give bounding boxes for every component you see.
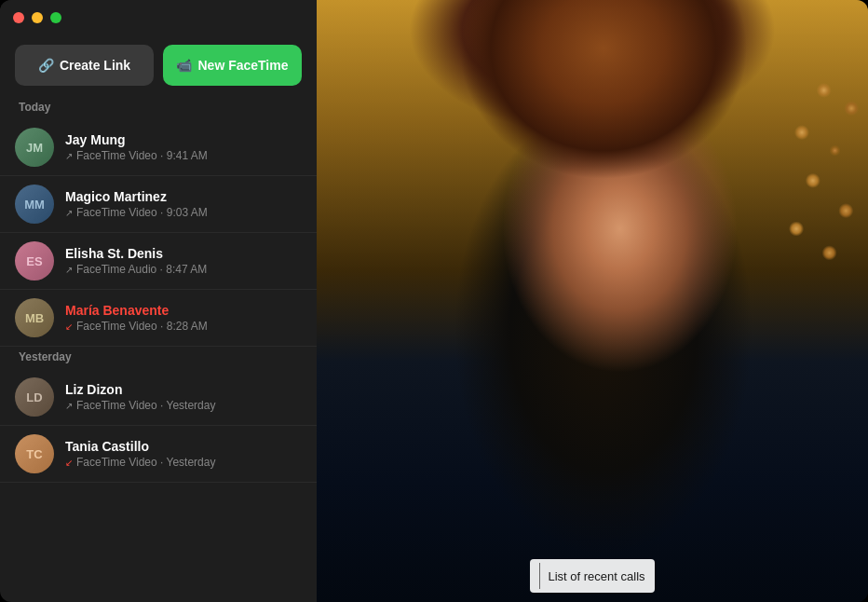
call-item-liz-dizon[interactable]: LD Liz Dizon ↗ FaceTime Video · Yesterda… <box>0 369 317 426</box>
video-icon: 📹 <box>176 58 192 73</box>
call-list[interactable]: Today JM Jay Mung ↗ FaceTime Video · 9:4… <box>0 97 317 602</box>
minimize-button[interactable] <box>32 12 43 23</box>
avatar-elisha-st-denis: ES <box>15 241 54 280</box>
caption-line <box>539 563 540 589</box>
avatar-jay-mung: JM <box>15 128 54 167</box>
call-info-jay-mung: Jay Mung ↗ FaceTime Video · 9:41 AM <box>65 132 302 162</box>
call-item-maria-benavente[interactable]: MB María Benavente ↙ FaceTime Video · 8:… <box>0 290 317 347</box>
call-detail-tania-castillo: ↙ FaceTime Video · Yesterday <box>65 456 302 469</box>
outgoing-arrow-icon-2: ↗ <box>65 208 73 218</box>
call-item-magico-martinez[interactable]: MM Magico Martinez ↗ FaceTime Video · 9:… <box>0 176 317 233</box>
call-detail-liz-dizon: ↗ FaceTime Video · Yesterday <box>65 399 302 412</box>
button-bar: 🔗 Create Link 📹 New FaceTime <box>0 35 317 97</box>
call-item-tania-castillo[interactable]: TC Tania Castillo ↙ FaceTime Video · Yes… <box>0 426 317 483</box>
call-info-magico-martinez: Magico Martinez ↗ FaceTime Video · 9:03 … <box>65 189 302 219</box>
avatar-liz-dizon: LD <box>15 377 54 417</box>
avatar-magico-martinez: MM <box>15 185 54 224</box>
call-item-jay-mung[interactable]: JM Jay Mung ↗ FaceTime Video · 9:41 AM <box>0 119 317 176</box>
missed-arrow-icon-2: ↙ <box>65 458 73 468</box>
avatar-tania-castillo: TC <box>15 434 54 473</box>
caption-text: List of recent calls <box>548 569 644 583</box>
sidebar: 🔗 Create Link 📹 New FaceTime Today JM Ja… <box>0 0 317 602</box>
caption-area: List of recent calls <box>317 559 868 593</box>
call-detail-maria-benavente: ↙ FaceTime Video · 8:28 AM <box>65 320 302 333</box>
call-name-tania-castillo: Tania Castillo <box>65 439 302 454</box>
call-detail-magico-martinez: ↗ FaceTime Video · 9:03 AM <box>65 206 302 219</box>
call-info-elisha-st-denis: Elisha St. Denis ↗ FaceTime Audio · 8:47… <box>65 246 302 276</box>
caption-box: List of recent calls <box>530 559 654 593</box>
call-name-magico-martinez: Magico Martinez <box>65 189 302 204</box>
title-bar <box>0 0 317 35</box>
call-detail-jay-mung: ↗ FaceTime Video · 9:41 AM <box>65 149 302 162</box>
call-info-maria-benavente: María Benavente ↙ FaceTime Video · 8:28 … <box>65 303 302 333</box>
today-section-label: Today <box>0 97 317 119</box>
call-name-liz-dizon: Liz Dizon <box>65 382 302 397</box>
outgoing-arrow-icon: ↗ <box>65 151 73 161</box>
new-facetime-label: New FaceTime <box>197 58 288 73</box>
yesterday-section-label: Yesterday <box>0 347 317 369</box>
new-facetime-button[interactable]: 📹 New FaceTime <box>163 45 302 86</box>
missed-arrow-icon: ↙ <box>65 322 73 332</box>
create-link-button[interactable]: 🔗 Create Link <box>15 45 154 86</box>
outgoing-arrow-icon-3: ↗ <box>65 265 73 275</box>
close-button[interactable] <box>13 12 24 23</box>
call-item-elisha-st-denis[interactable]: ES Elisha St. Denis ↗ FaceTime Audio · 8… <box>0 233 317 290</box>
avatar-maria-benavente: MB <box>15 298 54 337</box>
call-info-tania-castillo: Tania Castillo ↙ FaceTime Video · Yester… <box>65 439 302 469</box>
outgoing-arrow-icon-4: ↗ <box>65 401 73 411</box>
maximize-button[interactable] <box>50 12 61 23</box>
call-name-jay-mung: Jay Mung <box>65 132 302 147</box>
link-icon: 🔗 <box>38 58 54 73</box>
create-link-label: Create Link <box>60 58 130 73</box>
photo-panel <box>317 0 868 602</box>
photo-overlay <box>317 0 868 602</box>
call-name-elisha-st-denis: Elisha St. Denis <box>65 246 302 261</box>
call-name-maria-benavente: María Benavente <box>65 303 302 318</box>
call-detail-elisha-st-denis: ↗ FaceTime Audio · 8:47 AM <box>65 263 302 276</box>
app-window: 🔗 Create Link 📹 New FaceTime Today JM Ja… <box>0 0 868 602</box>
call-info-liz-dizon: Liz Dizon ↗ FaceTime Video · Yesterday <box>65 382 302 412</box>
